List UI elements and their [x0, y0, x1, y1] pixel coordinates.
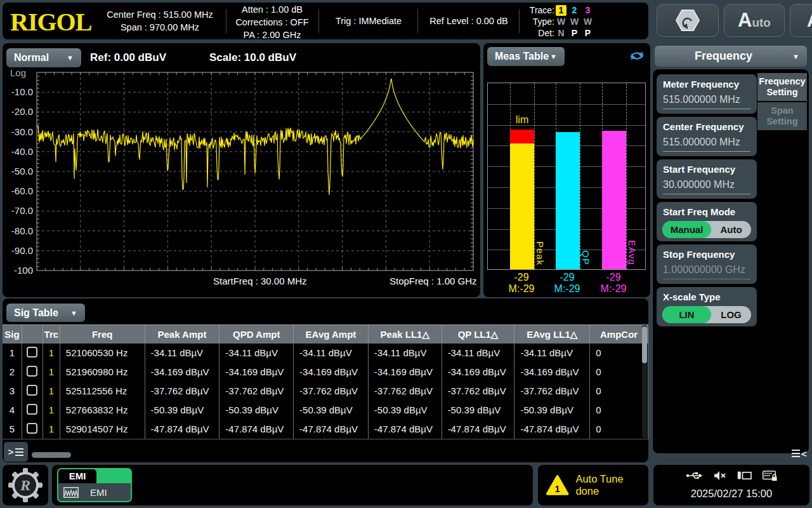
clipped-edge-button[interactable]: A	[790, 4, 812, 37]
keyboard-lock-icon[interactable]	[763, 470, 778, 481]
y-axis-tick-label: -90.0	[3, 244, 33, 255]
cell-peak_ll: -50.39 dBµV	[369, 401, 442, 420]
chevron-down-icon: ▼	[67, 54, 81, 62]
cell-peak: -47.874 dBµV	[145, 420, 220, 439]
trace-numbers-3: 3	[581, 5, 594, 15]
cell-qp_ll: -50.39 dBµV	[442, 401, 515, 420]
menu-card-meter-frequency[interactable]: Meter Frequency515.000000 MHz	[657, 74, 757, 114]
menu-card-start-frequency[interactable]: Start Frequency30.000000 MHz	[657, 159, 757, 199]
cell-qp_ll: -47.874 dBµV	[442, 420, 515, 439]
warning-icon: 1	[546, 474, 569, 496]
column-header-select[interactable]	[22, 325, 43, 344]
table-row: 21521960980 Hz-34.169 dBµV-34.169 dBµV-3…	[3, 363, 648, 382]
row-checkbox[interactable]	[27, 366, 37, 377]
toggle-option-auto[interactable]: Auto	[711, 221, 751, 238]
cell-freq: 521060530 Hz	[60, 344, 145, 363]
start-freq-label: StartFreq : 30.00 MHz	[213, 276, 307, 286]
meas-value-qp: -29M:-29	[543, 272, 591, 295]
cell-qp_ll: -34.11 dBµV	[442, 344, 515, 363]
trace-detectors-2: P	[568, 28, 581, 38]
trace-numbers: Trace:123	[525, 4, 639, 16]
cell-peak: -34.169 dBµV	[145, 363, 220, 382]
cell-sig: 1	[3, 344, 22, 363]
toggle-start-freq-mode[interactable]: ManualAuto	[662, 221, 751, 238]
menu-card-stop-frequency[interactable]: Stop Frequency1.000000000 GHz	[657, 244, 757, 284]
header-divider	[417, 9, 418, 33]
cell-sig: 2	[3, 363, 22, 382]
menu-tab-span-setting[interactable]: Span Setting	[757, 102, 807, 130]
speaker-mute-icon[interactable]	[714, 471, 726, 481]
cell-eavg: -37.762 dBµV	[294, 382, 369, 401]
horizontal-scrollbar-thumb[interactable]	[32, 452, 71, 458]
column-header-Peak LL1△[interactable]: Peak LL1△	[369, 325, 442, 344]
toggle-option-log[interactable]: LOG	[711, 306, 751, 323]
meas-max-value: M:-29	[589, 283, 638, 295]
column-header-AmpCor[interactable]: AmpCor	[590, 325, 648, 344]
value-underline	[663, 151, 750, 152]
table-row: 31525112556 Hz-37.762 dBµV-37.762 dBµV-3…	[3, 382, 648, 401]
trace-types-label: Type:	[525, 17, 554, 27]
display-icon[interactable]	[737, 471, 752, 481]
rigol-logo: RIGOL	[10, 7, 91, 37]
cell-qpd: -34.169 dBµV	[219, 363, 294, 382]
column-header-Peak Ampt[interactable]: Peak Ampt	[145, 325, 220, 344]
cell-ampcor: 0	[590, 420, 648, 439]
vertical-scrollbar[interactable]	[642, 325, 647, 438]
usb-icon[interactable]	[686, 471, 703, 481]
sig-table-dropdown[interactable]: Sig Table ▼	[6, 304, 85, 322]
column-header-EAvg LL1△[interactable]: EAvg LL1△	[514, 325, 590, 344]
menu-body: Meter Frequency515.000000 MHzCenter Freq…	[652, 69, 809, 454]
span-readout: Span : 970.00 MHz	[98, 21, 222, 34]
cell-sig: 4	[3, 401, 22, 420]
menu-collapse-button[interactable]: <	[792, 445, 811, 462]
cell-freq: 521960980 Hz	[60, 363, 145, 382]
cell-eavg_ll: -34.169 dBµV	[514, 363, 590, 382]
trace-detectors-3: P	[581, 28, 594, 38]
toggle-x-scale-type[interactable]: LINLOG	[662, 306, 751, 323]
menu-collapse-lines-icon	[792, 450, 800, 457]
toggle-option-manual[interactable]: Manual	[662, 221, 711, 238]
table-expand-button[interactable]: >	[4, 442, 28, 462]
row-checkbox[interactable]	[27, 385, 37, 396]
vertical-scrollbar-thumb[interactable]	[642, 326, 647, 363]
center-freq-readout: Center Freq : 515.00 MHz	[98, 8, 222, 21]
row-checkbox[interactable]	[27, 347, 37, 358]
column-header-Sig[interactable]: Sig	[3, 325, 22, 344]
menu-tab-frequency-setting[interactable]: Frequency Setting	[757, 73, 807, 101]
preset-button[interactable]	[657, 4, 719, 37]
column-header-QPD Ampt[interactable]: QPD Ampt	[219, 325, 294, 344]
toggle-option-lin[interactable]: LIN	[662, 306, 711, 323]
meas-table-dropdown[interactable]: Meas Table ▼	[487, 47, 565, 66]
menu-dropdown[interactable]: Frequency ▼	[655, 46, 807, 67]
column-header-Freq[interactable]: Freq	[60, 325, 145, 344]
cell-peak: -34.11 dBµV	[145, 344, 220, 363]
y-axis-tick-label: -50.0	[3, 166, 33, 177]
row-checkbox[interactable]	[27, 404, 37, 415]
emi-mode-tab[interactable]: EMI EMI	[57, 468, 132, 502]
auto-tune-button[interactable]: Auto	[724, 4, 785, 37]
refresh-icon[interactable]	[628, 50, 646, 62]
meas-current-value: -29	[589, 272, 638, 283]
status-box: 2025/02/27 15:00	[653, 465, 809, 505]
rigol-gear-logo-button[interactable]: R	[3, 465, 48, 505]
menu-card-x-scale-type: X-scale TypeLINLOG	[657, 287, 757, 326]
column-header-QP LL1△[interactable]: QP LL1△	[442, 325, 515, 344]
table-row: 51529014507 Hz-47.874 dBµV-47.874 dBµV-4…	[3, 420, 648, 439]
column-header-EAvg Ampt[interactable]: EAvg Ampt	[294, 325, 369, 344]
spectrum-trace-1	[37, 79, 473, 195]
column-header-Trc[interactable]: Trc	[43, 325, 60, 344]
active-trace-badge: 1	[556, 5, 566, 16]
meas-bar-name-peak: Peak	[535, 241, 546, 265]
header-divider	[226, 9, 226, 33]
message-box[interactable]: 1 Auto Tune done	[538, 465, 648, 505]
cell-qp_ll: -37.762 dBµV	[442, 382, 515, 401]
cell-qpd: -50.39 dBµV	[219, 401, 294, 420]
row-checkbox[interactable]	[27, 423, 37, 434]
cell-cb	[22, 420, 43, 439]
card-value: 1.000000000 GHz	[663, 264, 745, 276]
card-label: Meter Frequency	[663, 79, 739, 90]
cell-trc: 1	[43, 382, 60, 401]
trace-numbers-label: Trace:	[525, 5, 554, 15]
menu-card-center-frequency[interactable]: Center Frequency515.000000 MHz	[657, 117, 757, 156]
table-row: 11521060530 Hz-34.11 dBµV-34.11 dBµV-34.…	[3, 344, 648, 363]
